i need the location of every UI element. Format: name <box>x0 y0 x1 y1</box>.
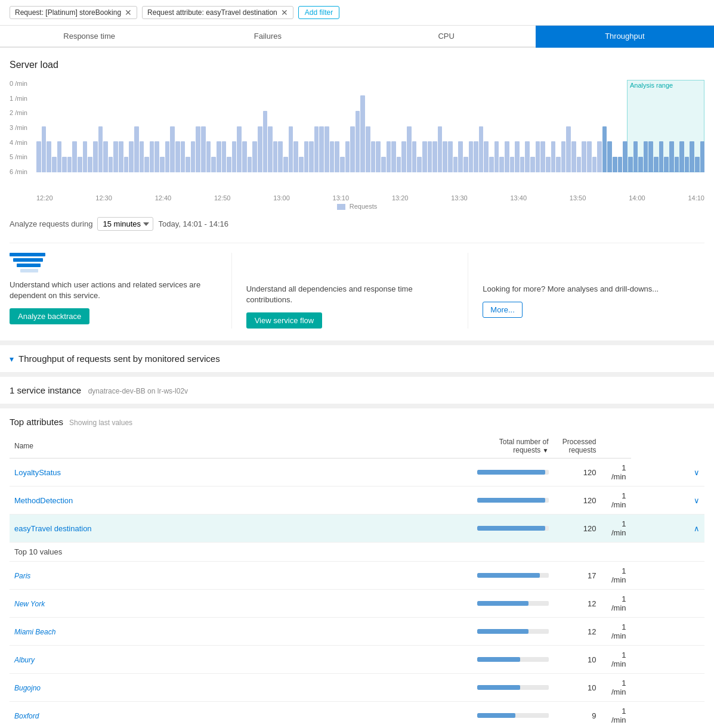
chart-legend: Requests <box>10 203 704 210</box>
attributes-subtitle: Showing last values <box>69 419 132 427</box>
service-flow-spacer <box>246 253 454 284</box>
filter-tag-2-label: Request attribute: easyTravel destinatio… <box>147 8 277 17</box>
rate-cell: 1 /min <box>601 487 631 515</box>
server-load-title: Server load <box>10 60 704 70</box>
chart-inner: Analysis range <box>36 80 704 187</box>
tab-bar: Response time Failures CPU Throughput <box>0 26 714 48</box>
attributes-header: Top attributes Showing last values <box>10 417 704 427</box>
attributes-table: Name Total number ofrequests ▼ Processed… <box>10 434 704 728</box>
view-service-flow-button[interactable]: View service flow <box>246 312 322 329</box>
table-row: New York 12 1 /min <box>10 590 704 618</box>
rate-cell: 1 /min <box>601 646 631 674</box>
table-row: MethodDetection 120 1 /min ∨ <box>10 487 704 515</box>
tab-cpu[interactable]: CPU <box>357 26 536 48</box>
y-label-4: 4 /min <box>10 139 32 146</box>
instance-subtitle: dynatrace-dev-BB on lr-ws-l02v <box>88 387 188 395</box>
expand-placeholder <box>631 590 705 618</box>
sub-attr-name-link[interactable]: Bugojno <box>14 684 41 692</box>
expand-chevron[interactable]: ∨ <box>631 459 705 487</box>
instance-section: 1 service instance dynatrace-dev-BB on l… <box>0 377 714 408</box>
x-label-6: 13:20 <box>392 194 409 202</box>
expand-placeholder <box>631 562 705 590</box>
rate-cell: 1 /min <box>601 459 631 487</box>
count-cell: 17 <box>554 562 601 590</box>
x-label-3: 12:50 <box>214 194 231 202</box>
analyze-date: Today, 14:01 - 14:16 <box>158 219 228 228</box>
mini-bar <box>477 629 528 634</box>
x-label-10: 14:00 <box>629 194 645 202</box>
x-label-2: 12:40 <box>155 194 172 202</box>
sub-attr-name-link[interactable]: Albury <box>14 656 35 664</box>
mini-bar-container <box>477 498 549 503</box>
tab-response-time[interactable]: Response time <box>0 26 178 48</box>
throughput-section: ▾ Throughput of requests sent by monitor… <box>0 345 714 377</box>
col-total-requests: Total number ofrequests ▼ <box>422 434 554 459</box>
table-header-row: Name Total number ofrequests ▼ Processed… <box>10 434 704 459</box>
analyze-backtrace-button[interactable]: Analyze backtrace <box>10 308 89 324</box>
expand-placeholder <box>631 674 705 702</box>
filter-tag-2-close[interactable]: ✕ <box>281 8 288 17</box>
table-row: Paris 17 1 /min <box>10 562 704 590</box>
backtrace-bar-4 <box>20 269 38 272</box>
count-cell: 12 <box>554 590 601 618</box>
legend-label: Requests <box>350 203 377 210</box>
tab-throughput[interactable]: Throughput <box>536 26 714 48</box>
count-cell: 12 <box>554 618 601 646</box>
sub-attr-name-link[interactable]: Boxford <box>14 712 39 720</box>
legend-icon <box>337 204 345 210</box>
y-axis: 6 /min 5 /min 4 /min 3 /min 2 /min 1 /mi… <box>10 80 36 187</box>
mini-bar <box>477 601 528 606</box>
mini-bar <box>477 713 516 718</box>
collapse-icon[interactable]: ▾ <box>10 354 14 364</box>
action-card-more-desc: Looking for more? More analyses and dril… <box>483 284 690 295</box>
col-name: Name <box>10 434 422 459</box>
analyze-duration-select[interactable]: 15 minutes 30 minutes 1 hour <box>97 217 153 231</box>
x-axis: 12:20 12:30 12:40 12:50 13:00 13:10 13:2… <box>10 192 704 202</box>
throughput-title: Throughput of requests sent by monitored… <box>18 354 220 364</box>
mini-bar <box>477 526 545 531</box>
server-load-section: Server load 6 /min 5 /min 4 /min 3 /min … <box>0 48 714 345</box>
attr-name-link[interactable]: easyTravel destination <box>14 524 92 533</box>
analyze-label: Analyze requests during <box>10 219 92 228</box>
x-label-5: 13:10 <box>333 194 350 202</box>
expand-chevron[interactable]: ∨ <box>631 487 705 515</box>
table-row: Albury 10 1 /min <box>10 646 704 674</box>
expand-chevron[interactable]: ∧ <box>631 515 705 543</box>
mini-bar <box>477 685 520 690</box>
y-label-0: 0 /min <box>10 80 32 87</box>
count-cell: 10 <box>554 646 601 674</box>
rate-cell: 1 /min <box>601 515 631 543</box>
y-label-3: 3 /min <box>10 124 32 131</box>
table-body: LoyaltyStatus 120 1 /min ∨ MethodDetecti… <box>10 459 704 728</box>
chart-container: 6 /min 5 /min 4 /min 3 /min 2 /min 1 /mi… <box>10 80 704 187</box>
sub-attr-name-link[interactable]: Miami Beach <box>14 628 55 636</box>
analyze-row: Analyze requests during 15 minutes 30 mi… <box>10 217 704 231</box>
attr-name-link[interactable]: MethodDetection <box>14 496 73 505</box>
mini-bar <box>477 498 545 503</box>
rate-cell: 1 /min <box>601 618 631 646</box>
attributes-section: Top attributes Showing last values Name … <box>0 408 714 728</box>
sub-attr-name-link[interactable]: Paris <box>14 572 30 580</box>
filter-tag-1-close[interactable]: ✕ <box>125 8 132 17</box>
mini-bar-container <box>477 573 549 578</box>
mini-bar-container <box>477 657 549 662</box>
chart-bars <box>36 80 704 172</box>
attributes-title: Top attributes <box>10 417 63 427</box>
y-label-1: 1 /min <box>10 95 32 102</box>
table-row: LoyaltyStatus 120 1 /min ∨ <box>10 459 704 487</box>
y-label-2: 2 /min <box>10 109 32 116</box>
sub-attr-name-link[interactable]: New York <box>14 600 45 608</box>
attr-name-link[interactable]: LoyaltyStatus <box>14 468 61 477</box>
instance-title: 1 service instance <box>10 385 81 395</box>
action-card-backtrace: Understand which user actions and relate… <box>10 253 232 329</box>
table-row: easyTravel destination 120 1 /min ∧ <box>10 515 704 543</box>
add-filter-button[interactable]: Add filter <box>298 6 339 19</box>
x-label-1: 12:30 <box>95 194 112 202</box>
x-label-9: 13:50 <box>570 194 586 202</box>
more-button[interactable]: More... <box>483 302 522 318</box>
more-spacer <box>483 253 690 284</box>
table-row: Boxford 9 1 /min <box>10 702 704 728</box>
sub-header-label: Top 10 values <box>10 543 704 562</box>
tab-failures[interactable]: Failures <box>178 26 357 48</box>
mini-bar-container <box>477 470 549 475</box>
